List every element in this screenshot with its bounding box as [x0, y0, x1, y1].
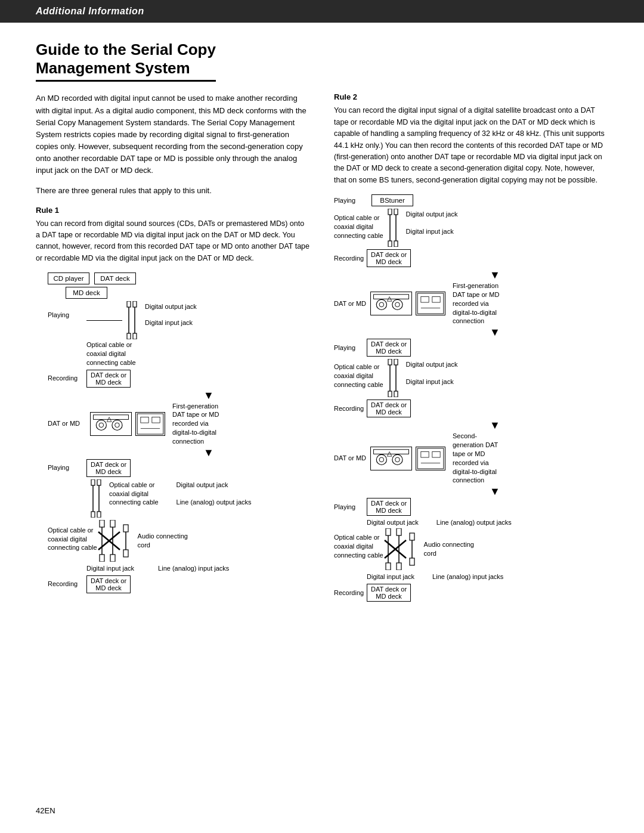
- svg-rect-13: [141, 417, 148, 423]
- dat-deck-or-md-box-1: DAT deck orMD deck: [86, 370, 131, 388]
- svg-rect-30: [123, 525, 128, 532]
- svg-rect-43: [374, 295, 409, 299]
- svg-rect-70: [397, 563, 401, 570]
- digital-input-jack-2: Digital input jack: [86, 564, 134, 573]
- svg-rect-68: [397, 528, 401, 535]
- svg-point-9: [115, 423, 120, 428]
- digital-output-jack-1: Digital output jack: [145, 302, 197, 311]
- recording-label-2: Recording: [48, 580, 86, 589]
- svg-rect-47: [432, 297, 440, 303]
- svg-rect-46: [421, 297, 429, 303]
- svg-rect-25: [110, 520, 115, 527]
- svg-rect-54: [394, 391, 398, 397]
- svg-point-58: [395, 457, 400, 462]
- svg-rect-12: [137, 414, 163, 434]
- optical-label-r2-1: Optical cable orcoaxial digitalconnectin…: [334, 214, 383, 239]
- svg-rect-33: [388, 209, 392, 215]
- svg-rect-63: [432, 451, 440, 457]
- svg-point-57: [392, 454, 402, 465]
- section-title: Guide to the Serial Copy Management Syst…: [36, 41, 216, 82]
- svg-point-41: [392, 299, 402, 309]
- header-title: Additional Information: [36, 6, 144, 17]
- svg-rect-52: [394, 359, 398, 365]
- dat-deck-r2-2: DAT deck orMD deck: [367, 339, 411, 357]
- dat-or-md-r2-1: DAT or MD: [334, 299, 367, 308]
- digital-output-r2-2: Digital output jack: [406, 360, 458, 369]
- section-heading: Guide to the Serial Copy Management Syst…: [36, 41, 608, 82]
- first-gen-r2: First-generationDAT tape or MDrecorded v…: [453, 282, 499, 324]
- intro-paragraph: An MD recorded with digital input cannot…: [36, 92, 310, 176]
- svg-rect-21: [97, 512, 101, 518]
- svg-point-42: [395, 302, 400, 307]
- svg-rect-73: [410, 533, 414, 540]
- svg-rect-27: [110, 555, 115, 562]
- svg-rect-32: [123, 550, 128, 557]
- svg-rect-16: [91, 479, 95, 485]
- rule2-heading: Rule 2: [334, 92, 608, 101]
- playing-r2-2: Playing: [334, 343, 367, 352]
- arrow-down-2: ▼: [107, 447, 310, 458]
- arrow-down-1: ▼: [107, 390, 310, 401]
- svg-rect-22: [100, 520, 104, 527]
- svg-point-6: [96, 420, 106, 430]
- digital-input-r2-2: Digital input jack: [406, 377, 458, 386]
- svg-rect-3: [133, 301, 137, 307]
- rule1-heading: Rule 1: [36, 206, 310, 215]
- rule1-section: Rule 1 You can record from digital sound…: [36, 206, 310, 265]
- svg-rect-10: [94, 414, 129, 419]
- svg-rect-0: [127, 301, 131, 307]
- audio-connecting-1: Audio connectingcord: [138, 532, 188, 549]
- bs-tuner-box: BStuner: [371, 194, 413, 206]
- page-footer: 42EN: [36, 806, 55, 815]
- svg-point-39: [376, 299, 386, 309]
- svg-rect-62: [421, 451, 429, 457]
- rule2-diagram: Playing BStuner Optical cable orcoaxial …: [334, 194, 608, 602]
- col-left: An MD recorded with digital input cannot…: [36, 92, 310, 609]
- dat-deck-or-md-box-3: DAT deck orMD deck: [86, 575, 131, 593]
- digital-input-jack-1: Digital input jack: [145, 318, 197, 327]
- recording-r2-2: Recording: [334, 404, 367, 413]
- svg-rect-35: [388, 241, 392, 247]
- rule2-text: You can record the digital input signal …: [334, 105, 608, 186]
- svg-point-56: [379, 457, 384, 462]
- svg-rect-14: [152, 417, 160, 423]
- svg-point-7: [99, 423, 104, 428]
- playing-r2-1: Playing: [334, 196, 367, 205]
- arrow-r2-3: ▼: [382, 420, 608, 431]
- optical-cable-label-1: Optical cable orcoaxial digitalconnectin…: [86, 341, 136, 366]
- svg-rect-45: [417, 293, 444, 314]
- arrow-r2-4: ▼: [382, 486, 608, 497]
- svg-rect-67: [386, 563, 391, 570]
- dat-deck-box: DAT deck: [94, 272, 136, 284]
- digital-output-jack-2: Digital output jack: [177, 481, 252, 490]
- recording-label-1: Recording: [48, 374, 86, 383]
- svg-rect-75: [410, 558, 414, 565]
- dat-deck-r2-1: DAT deck orMD deck: [367, 249, 411, 267]
- svg-rect-65: [386, 528, 391, 535]
- dat-deck-r2-5: DAT deck orMD deck: [367, 584, 411, 602]
- line-analog-output-1: Line (analog) output jacks: [177, 498, 252, 507]
- recording-r2-1: Recording: [334, 254, 367, 263]
- second-gen-r2: Second-generation DATtape or MDrecorded …: [453, 432, 498, 484]
- optical-label-r2-2: Optical cable orcoaxial digitalconnectin…: [334, 363, 383, 388]
- recording-r2-3: Recording: [334, 589, 367, 597]
- svg-point-55: [376, 454, 386, 465]
- intro-paragraph2: There are three general rules that apply…: [36, 185, 310, 197]
- rule1-diagram: CD player DAT deck MD deck Playing: [48, 272, 310, 593]
- svg-rect-18: [91, 512, 95, 518]
- dat-deck-or-md-box-2: DAT deck orMD deck: [86, 459, 131, 477]
- audio-connecting-r2: Audio connectingcord: [424, 541, 474, 557]
- optical-label-3: Optical cable orcoaxial digitalconnectin…: [48, 526, 97, 553]
- playing-r2-3: Playing: [334, 503, 367, 512]
- svg-rect-61: [417, 448, 444, 469]
- two-column-layout: An MD recorded with digital input cannot…: [36, 92, 608, 609]
- page: Additional Information Guide to the Seri…: [0, 0, 644, 833]
- optical-label-r2-3: Optical cable orcoaxial digitalconnectin…: [334, 534, 383, 559]
- svg-rect-59: [374, 450, 409, 454]
- col-right: Rule 2 You can record the digital input …: [334, 92, 608, 609]
- svg-point-40: [379, 302, 384, 307]
- playing-label-1: Playing: [48, 311, 86, 320]
- arrow-r2-1: ▼: [382, 270, 608, 280]
- digital-output-r2-1: Digital output jack: [406, 210, 458, 219]
- svg-rect-36: [394, 209, 398, 215]
